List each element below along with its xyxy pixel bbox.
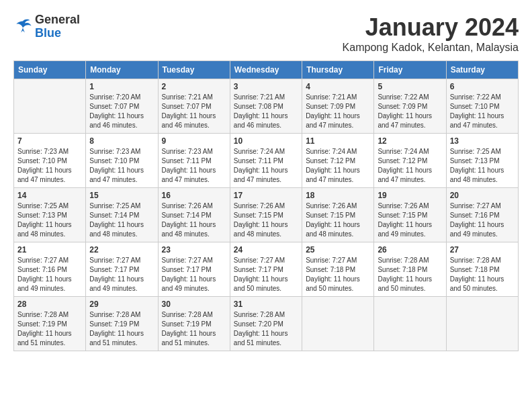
day-info: Sunrise: 7:26 AM Sunset: 7:15 PM Dayligh… <box>306 201 370 239</box>
daylight-text: Daylight: 11 hours and 46 minutes. <box>89 112 144 129</box>
daylight-text: Daylight: 11 hours and 51 minutes. <box>89 330 144 347</box>
day-info: Sunrise: 7:23 AM Sunset: 7:10 PM Dayligh… <box>89 147 154 185</box>
sunset-text: Sunset: 7:09 PM <box>378 103 427 110</box>
calendar-cell: 4 Sunrise: 7:21 AM Sunset: 7:09 PM Dayli… <box>302 79 374 134</box>
calendar-cell: 3 Sunrise: 7:21 AM Sunset: 7:08 PM Dayli… <box>230 79 302 134</box>
sunset-text: Sunset: 7:19 PM <box>89 320 139 328</box>
day-number: 4 <box>306 82 370 91</box>
day-info: Sunrise: 7:25 AM Sunset: 7:14 PM Dayligh… <box>89 201 154 239</box>
sunrise-text: Sunrise: 7:23 AM <box>17 148 69 155</box>
day-info: Sunrise: 7:20 AM Sunset: 7:07 PM Dayligh… <box>89 93 154 130</box>
daylight-text: Daylight: 11 hours and 50 minutes. <box>378 275 432 292</box>
calendar-cell: 25 Sunrise: 7:27 AM Sunset: 7:18 PM Dayl… <box>302 242 374 297</box>
daylight-text: Daylight: 11 hours and 46 minutes. <box>162 112 216 129</box>
calendar-cell: 26 Sunrise: 7:28 AM Sunset: 7:18 PM Dayl… <box>374 242 446 297</box>
day-info: Sunrise: 7:27 AM Sunset: 7:18 PM Dayligh… <box>306 256 370 293</box>
sunrise-text: Sunrise: 7:28 AM <box>17 311 69 318</box>
sunrise-text: Sunrise: 7:23 AM <box>162 148 213 155</box>
calendar-cell: 9 Sunrise: 7:23 AM Sunset: 7:11 PM Dayli… <box>158 134 230 188</box>
calendar-cell: 28 Sunrise: 7:28 AM Sunset: 7:19 PM Dayl… <box>14 297 86 351</box>
day-number: 7 <box>17 136 82 146</box>
daylight-text: Daylight: 11 hours and 49 minutes. <box>162 275 216 292</box>
day-number: 11 <box>306 136 370 146</box>
location: Kampong Kadok, Kelantan, Malaysia <box>343 42 519 54</box>
sunset-text: Sunset: 7:14 PM <box>162 212 212 219</box>
day-number: 2 <box>162 82 226 91</box>
sunrise-text: Sunrise: 7:20 AM <box>89 93 140 101</box>
calendar-cell <box>302 297 374 351</box>
sunset-text: Sunset: 7:13 PM <box>450 157 500 165</box>
daylight-text: Daylight: 11 hours and 47 minutes. <box>378 112 432 129</box>
calendar-cell: 17 Sunrise: 7:26 AM Sunset: 7:15 PM Dayl… <box>230 188 302 242</box>
header-saturday: Saturday <box>446 61 518 79</box>
sunset-text: Sunset: 7:07 PM <box>89 103 139 110</box>
sunset-text: Sunset: 7:18 PM <box>306 266 355 273</box>
day-info: Sunrise: 7:21 AM Sunset: 7:07 PM Dayligh… <box>162 93 226 130</box>
sunrise-text: Sunrise: 7:21 AM <box>234 93 285 101</box>
calendar-cell: 27 Sunrise: 7:28 AM Sunset: 7:18 PM Dayl… <box>446 242 518 297</box>
sunrise-text: Sunrise: 7:24 AM <box>234 148 285 155</box>
calendar-cell: 11 Sunrise: 7:24 AM Sunset: 7:12 PM Dayl… <box>302 134 374 188</box>
day-number: 18 <box>306 191 370 200</box>
weekday-header-row: Sunday Monday Tuesday Wednesday Thursday… <box>14 61 519 79</box>
day-info: Sunrise: 7:26 AM Sunset: 7:15 PM Dayligh… <box>234 201 298 239</box>
sunrise-text: Sunrise: 7:23 AM <box>89 148 140 155</box>
calendar-cell: 5 Sunrise: 7:22 AM Sunset: 7:09 PM Dayli… <box>374 79 446 134</box>
calendar-cell: 12 Sunrise: 7:24 AM Sunset: 7:12 PM Dayl… <box>374 134 446 188</box>
day-number: 19 <box>378 191 442 200</box>
sunset-text: Sunset: 7:17 PM <box>234 266 283 273</box>
day-number: 13 <box>450 136 515 146</box>
calendar-week-row: 28 Sunrise: 7:28 AM Sunset: 7:19 PM Dayl… <box>14 297 519 351</box>
day-info: Sunrise: 7:21 AM Sunset: 7:09 PM Dayligh… <box>306 93 370 130</box>
daylight-text: Daylight: 11 hours and 47 minutes. <box>162 167 216 183</box>
calendar-week-row: 7 Sunrise: 7:23 AM Sunset: 7:10 PM Dayli… <box>14 134 519 188</box>
sunrise-text: Sunrise: 7:27 AM <box>234 257 285 264</box>
calendar-table: Sunday Monday Tuesday Wednesday Thursday… <box>13 60 519 351</box>
sunset-text: Sunset: 7:13 PM <box>17 212 67 219</box>
day-number: 8 <box>89 136 154 146</box>
daylight-text: Daylight: 11 hours and 51 minutes. <box>162 330 216 347</box>
calendar-cell: 7 Sunrise: 7:23 AM Sunset: 7:10 PM Dayli… <box>14 134 86 188</box>
sunrise-text: Sunrise: 7:28 AM <box>378 257 429 264</box>
sunset-text: Sunset: 7:10 PM <box>89 157 139 165</box>
daylight-text: Daylight: 11 hours and 46 minutes. <box>234 112 288 129</box>
day-info: Sunrise: 7:22 AM Sunset: 7:10 PM Dayligh… <box>450 93 515 130</box>
header-wednesday: Wednesday <box>230 61 302 79</box>
sunset-text: Sunset: 7:12 PM <box>306 157 355 165</box>
day-number: 28 <box>17 300 82 309</box>
sunrise-text: Sunrise: 7:27 AM <box>17 257 69 264</box>
logo-blue: Blue <box>35 27 80 40</box>
day-info: Sunrise: 7:25 AM Sunset: 7:13 PM Dayligh… <box>17 201 82 239</box>
daylight-text: Daylight: 11 hours and 48 minutes. <box>234 221 288 238</box>
sunrise-text: Sunrise: 7:26 AM <box>306 202 357 210</box>
calendar-cell: 10 Sunrise: 7:24 AM Sunset: 7:11 PM Dayl… <box>230 134 302 188</box>
day-number: 24 <box>234 245 298 255</box>
calendar-cell: 16 Sunrise: 7:26 AM Sunset: 7:14 PM Dayl… <box>158 188 230 242</box>
header-thursday: Thursday <box>302 61 374 79</box>
header-friday: Friday <box>374 61 446 79</box>
day-number: 10 <box>234 136 298 146</box>
daylight-text: Daylight: 11 hours and 49 minutes. <box>17 275 72 292</box>
calendar-cell: 22 Sunrise: 7:27 AM Sunset: 7:17 PM Dayl… <box>86 242 158 297</box>
sunrise-text: Sunrise: 7:28 AM <box>234 311 285 318</box>
sunrise-text: Sunrise: 7:22 AM <box>450 93 501 101</box>
logo: General Blue <box>13 13 80 40</box>
sunset-text: Sunset: 7:14 PM <box>89 212 139 219</box>
sunset-text: Sunset: 7:15 PM <box>378 212 427 219</box>
day-number: 29 <box>89 300 154 309</box>
sunrise-text: Sunrise: 7:28 AM <box>450 257 501 264</box>
month-title: January 2024 <box>343 13 519 42</box>
sunset-text: Sunset: 7:15 PM <box>306 212 355 219</box>
calendar-week-row: 14 Sunrise: 7:25 AM Sunset: 7:13 PM Dayl… <box>14 188 519 242</box>
calendar-cell <box>14 79 86 134</box>
calendar-week-row: 1 Sunrise: 7:20 AM Sunset: 7:07 PM Dayli… <box>14 79 519 134</box>
calendar-cell: 18 Sunrise: 7:26 AM Sunset: 7:15 PM Dayl… <box>302 188 374 242</box>
calendar-cell: 23 Sunrise: 7:27 AM Sunset: 7:17 PM Dayl… <box>158 242 230 297</box>
calendar-cell: 15 Sunrise: 7:25 AM Sunset: 7:14 PM Dayl… <box>86 188 158 242</box>
calendar-cell <box>446 297 518 351</box>
sunrise-text: Sunrise: 7:26 AM <box>234 202 285 210</box>
sunset-text: Sunset: 7:10 PM <box>450 103 500 110</box>
day-info: Sunrise: 7:26 AM Sunset: 7:14 PM Dayligh… <box>162 201 226 239</box>
day-info: Sunrise: 7:24 AM Sunset: 7:11 PM Dayligh… <box>234 147 298 185</box>
sunrise-text: Sunrise: 7:24 AM <box>306 148 357 155</box>
